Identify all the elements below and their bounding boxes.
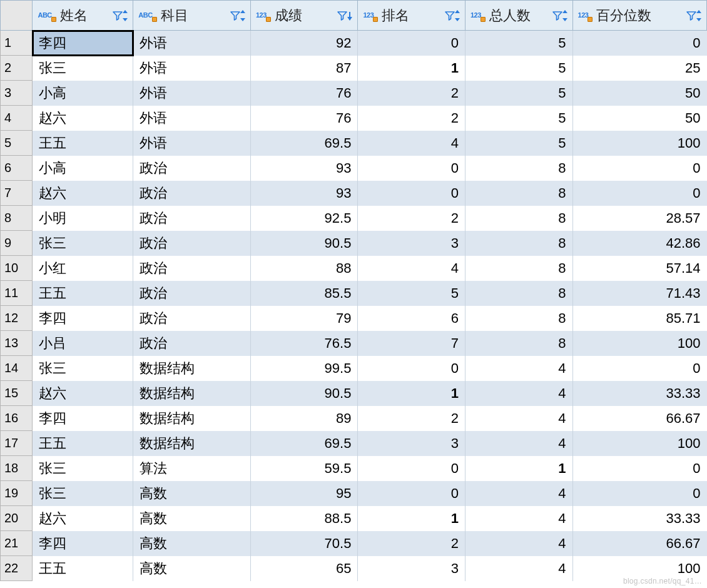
cell-pct[interactable]: 28.57	[572, 206, 706, 231]
table-row[interactable]: 16李四数据结构892466.67	[1, 406, 707, 431]
sort-icon[interactable]	[239, 9, 247, 22]
cell-pct[interactable]: 33.33	[572, 381, 706, 406]
cell-pct[interactable]: 85.71	[572, 306, 706, 331]
cell-score[interactable]: 76.5	[250, 331, 358, 356]
cell-score[interactable]: 92	[250, 31, 358, 56]
cell-total[interactable]: 4	[465, 481, 572, 506]
cell-pct[interactable]: 57.14	[572, 256, 706, 281]
cell-rank[interactable]: 3	[358, 556, 465, 581]
row-number-header[interactable]	[1, 1, 33, 31]
cell-total[interactable]: 8	[465, 306, 572, 331]
table-row[interactable]: 10小红政治884857.14	[1, 256, 707, 281]
table-row[interactable]: 7赵六政治93080	[1, 181, 707, 206]
cell-pct[interactable]: 100	[572, 131, 706, 156]
cell-subj[interactable]: 数据结构	[133, 406, 251, 431]
sort-icon[interactable]	[346, 10, 354, 21]
cell-name[interactable]: 李四	[33, 306, 133, 331]
cell-score[interactable]: 70.5	[250, 531, 358, 556]
cell-score[interactable]: 59.5	[250, 456, 358, 481]
cell-total[interactable]: 4	[465, 381, 572, 406]
cell-score[interactable]: 88.5	[250, 506, 358, 531]
cell-name[interactable]: 赵六	[33, 181, 133, 206]
cell-name[interactable]: 赵六	[33, 506, 133, 531]
cell-name[interactable]: 小吕	[33, 331, 133, 356]
cell-subj[interactable]: 政治	[133, 181, 251, 206]
table-row[interactable]: 2张三外语871525	[1, 56, 707, 81]
cell-rank[interactable]: 0	[358, 31, 465, 56]
cell-rank[interactable]: 5	[358, 281, 465, 306]
cell-total[interactable]: 1	[465, 456, 572, 481]
cell-rank[interactable]: 6	[358, 306, 465, 331]
cell-score[interactable]: 79	[250, 306, 358, 331]
cell-score[interactable]: 76	[250, 106, 358, 131]
row-number[interactable]: 12	[1, 306, 33, 331]
cell-pct[interactable]: 0	[572, 481, 706, 506]
row-number[interactable]: 10	[1, 256, 33, 281]
row-number[interactable]: 15	[1, 381, 33, 406]
cell-score[interactable]: 89	[250, 406, 358, 431]
cell-subj[interactable]: 政治	[133, 331, 251, 356]
row-number[interactable]: 14	[1, 356, 33, 381]
cell-subj[interactable]: 外语	[133, 131, 251, 156]
row-number[interactable]: 11	[1, 281, 33, 306]
cell-score[interactable]: 88	[250, 256, 358, 281]
cell-rank[interactable]: 4	[358, 131, 465, 156]
cell-name[interactable]: 赵六	[33, 381, 133, 406]
cell-subj[interactable]: 算法	[133, 456, 251, 481]
cell-subj[interactable]: 高数	[133, 506, 251, 531]
cell-pct[interactable]: 0	[572, 156, 706, 181]
table-row[interactable]: 1李四外语92050	[1, 31, 707, 56]
cell-subj[interactable]: 高数	[133, 556, 251, 581]
table-row[interactable]: 11王五政治85.55871.43	[1, 281, 707, 306]
cell-total[interactable]: 5	[465, 106, 572, 131]
cell-score[interactable]: 93	[250, 156, 358, 181]
row-number[interactable]: 13	[1, 331, 33, 356]
table-row[interactable]: 12李四政治796885.71	[1, 306, 707, 331]
cell-pct[interactable]: 66.67	[572, 406, 706, 431]
cell-pct[interactable]: 71.43	[572, 281, 706, 306]
cell-score[interactable]: 76	[250, 81, 358, 106]
cell-total[interactable]: 8	[465, 206, 572, 231]
column-header-subj[interactable]: 科目	[133, 1, 251, 31]
cell-score[interactable]: 93	[250, 181, 358, 206]
row-number[interactable]: 21	[1, 531, 33, 556]
data-grid[interactable]: 姓名科目成绩排名总人数百分位数 1李四外语920502张三外语8715253小高…	[0, 0, 707, 581]
cell-name[interactable]: 王五	[33, 131, 133, 156]
cell-total[interactable]: 4	[465, 406, 572, 431]
cell-total[interactable]: 5	[465, 81, 572, 106]
cell-name[interactable]: 李四	[33, 31, 133, 56]
cell-total[interactable]: 8	[465, 181, 572, 206]
column-header-score[interactable]: 成绩	[250, 1, 358, 31]
row-number[interactable]: 4	[1, 106, 33, 131]
cell-total[interactable]: 8	[465, 281, 572, 306]
cell-subj[interactable]: 政治	[133, 306, 251, 331]
cell-rank[interactable]: 0	[358, 356, 465, 381]
cell-subj[interactable]: 数据结构	[133, 431, 251, 456]
cell-pct[interactable]: 42.86	[572, 231, 706, 256]
row-number[interactable]: 20	[1, 506, 33, 531]
cell-name[interactable]: 张三	[33, 356, 133, 381]
column-header-total[interactable]: 总人数	[465, 1, 572, 31]
cell-score[interactable]: 87	[250, 56, 358, 81]
cell-subj[interactable]: 政治	[133, 256, 251, 281]
cell-rank[interactable]: 2	[358, 206, 465, 231]
row-number[interactable]: 2	[1, 56, 33, 81]
cell-rank[interactable]: 1	[358, 56, 465, 81]
cell-pct[interactable]: 33.33	[572, 506, 706, 531]
cell-name[interactable]: 张三	[33, 481, 133, 506]
table-row[interactable]: 4赵六外语762550	[1, 106, 707, 131]
cell-pct[interactable]: 50	[572, 106, 706, 131]
cell-total[interactable]: 4	[465, 506, 572, 531]
column-header-name[interactable]: 姓名	[33, 1, 133, 31]
cell-pct[interactable]: 0	[572, 181, 706, 206]
sort-icon[interactable]	[695, 9, 703, 22]
cell-pct[interactable]: 66.67	[572, 531, 706, 556]
cell-score[interactable]: 92.5	[250, 206, 358, 231]
cell-total[interactable]: 5	[465, 31, 572, 56]
row-number[interactable]: 7	[1, 181, 33, 206]
cell-pct[interactable]: 100	[572, 331, 706, 356]
cell-pct[interactable]: 100	[572, 431, 706, 456]
sort-icon[interactable]	[121, 9, 129, 22]
row-number[interactable]: 16	[1, 406, 33, 431]
cell-rank[interactable]: 2	[358, 406, 465, 431]
